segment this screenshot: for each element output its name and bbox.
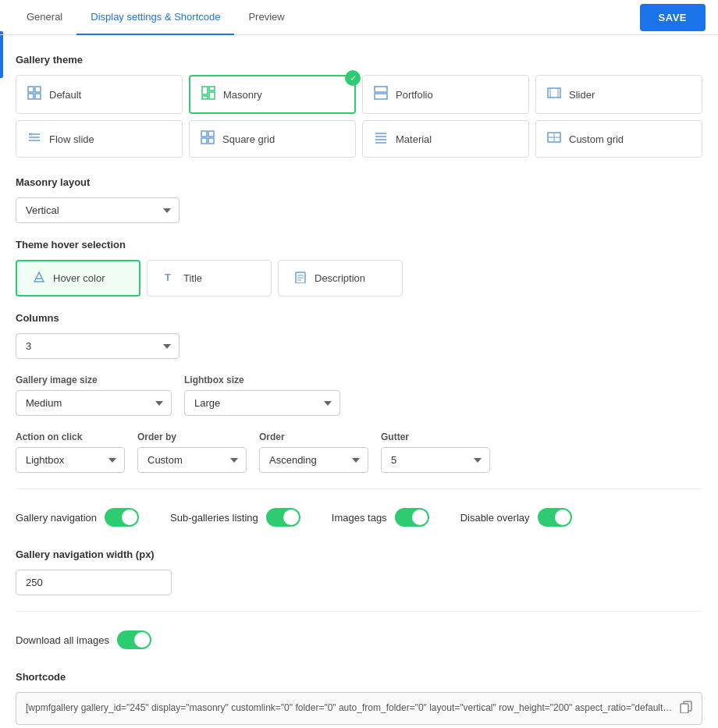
theme-material-icon bbox=[374, 130, 388, 147]
theme-portfolio-label: Portfolio bbox=[396, 89, 433, 101]
divider-2 bbox=[16, 611, 702, 612]
theme-custom-grid-label: Custom grid bbox=[569, 133, 624, 145]
divider-1 bbox=[16, 488, 702, 489]
theme-portfolio[interactable]: Portfolio bbox=[362, 75, 529, 114]
masonry-layout-section: Masonry layout Vertical Horizontal bbox=[16, 176, 702, 223]
hover-option-hover-color[interactable]: Hover color bbox=[16, 260, 140, 297]
svg-rect-19 bbox=[201, 138, 207, 144]
description-icon bbox=[294, 271, 307, 286]
disable-overlay-label: Disable overlay bbox=[460, 512, 530, 524]
gallery-navigation-label: Gallery navigation bbox=[16, 512, 97, 524]
disable-overlay-toggle[interactable] bbox=[538, 508, 572, 527]
tab-general[interactable]: General bbox=[12, 0, 76, 35]
toggle-sub-galleries: Sub-galleries listing bbox=[170, 502, 300, 533]
svg-rect-18 bbox=[208, 131, 214, 137]
masonry-layout-select[interactable]: Vertical Horizontal bbox=[16, 197, 180, 223]
columns-select[interactable]: 123456 bbox=[16, 333, 180, 359]
svg-rect-3 bbox=[35, 94, 41, 99]
lightbox-size-section: Lightbox size SmallMediumLargeFull bbox=[184, 375, 340, 416]
columns-label: Columns bbox=[16, 312, 702, 324]
svg-rect-6 bbox=[209, 92, 215, 99]
order-by-label: Order by bbox=[137, 431, 247, 442]
tabs-container: General Display settings & Shortcode Pre… bbox=[12, 0, 640, 34]
svg-rect-1 bbox=[35, 87, 41, 92]
size-row: Gallery image size ThumbnailMediumLargeF… bbox=[16, 375, 702, 416]
svg-rect-35 bbox=[681, 704, 688, 713]
theme-masonry-icon bbox=[201, 86, 215, 103]
lightbox-size-select[interactable]: SmallMediumLargeFull bbox=[184, 390, 340, 416]
svg-rect-5 bbox=[209, 87, 215, 91]
theme-grid: Default ✓ Masonry Portfolio Slider bbox=[16, 75, 702, 158]
action-order-row: Action on click LightboxLinkNone Order b… bbox=[16, 431, 702, 473]
svg-rect-9 bbox=[375, 94, 387, 99]
theme-flow-slide-icon bbox=[27, 130, 41, 147]
theme-default-icon bbox=[27, 86, 41, 103]
lightbox-size-label: Lightbox size bbox=[184, 375, 340, 385]
theme-masonry-label: Masonry bbox=[223, 89, 262, 101]
gutter-section: Gutter 025101520 bbox=[381, 431, 490, 473]
toggle-gallery-navigation: Gallery navigation bbox=[16, 502, 139, 533]
copy-shortcode-button[interactable] bbox=[680, 701, 692, 716]
action-on-click-select[interactable]: LightboxLinkNone bbox=[16, 447, 125, 473]
nav-width-input[interactable] bbox=[16, 570, 172, 595]
sub-galleries-label: Sub-galleries listing bbox=[170, 512, 258, 524]
order-select[interactable]: AscendingDescending bbox=[259, 447, 368, 473]
theme-masonry[interactable]: ✓ Masonry bbox=[189, 75, 356, 114]
action-on-click-section: Action on click LightboxLinkNone bbox=[16, 431, 125, 473]
theme-square-grid[interactable]: Square grid bbox=[189, 120, 356, 158]
hover-color-label: Hover color bbox=[53, 272, 105, 284]
svg-rect-10 bbox=[548, 88, 560, 98]
toggles-row: Gallery navigation Sub-galleries listing… bbox=[16, 502, 702, 533]
theme-square-grid-icon bbox=[201, 130, 215, 147]
tab-preview[interactable]: Preview bbox=[234, 0, 298, 35]
hover-option-description[interactable]: Description bbox=[278, 260, 403, 297]
gutter-label: Gutter bbox=[381, 431, 490, 442]
svg-text:T: T bbox=[165, 272, 171, 283]
svg-rect-8 bbox=[375, 87, 387, 92]
theme-flow-slide[interactable]: Flow slide bbox=[16, 120, 183, 158]
action-on-click-label: Action on click bbox=[16, 431, 125, 442]
tab-bar: General Display settings & Shortcode Pre… bbox=[0, 0, 718, 35]
hover-title-label: Title bbox=[183, 272, 202, 284]
tab-display[interactable]: Display settings & Shortcode bbox=[76, 0, 234, 35]
download-all-label: Download all images bbox=[16, 634, 109, 646]
images-tags-toggle[interactable] bbox=[395, 508, 429, 527]
shortcode-value: [wpmfgallery gallery_id="245" display="m… bbox=[26, 701, 674, 715]
gallery-image-size-select[interactable]: ThumbnailMediumLargeFull bbox=[16, 390, 172, 416]
theme-default[interactable]: Default bbox=[16, 75, 183, 114]
order-by-select[interactable]: CustomDateTitleRandom bbox=[137, 447, 247, 473]
gallery-image-size-section: Gallery image size ThumbnailMediumLargeF… bbox=[16, 375, 172, 416]
gallery-theme-label: Gallery theme bbox=[16, 54, 702, 66]
svg-rect-20 bbox=[208, 138, 214, 144]
masonry-layout-label: Masonry layout bbox=[16, 176, 702, 188]
theme-default-label: Default bbox=[49, 89, 81, 101]
hover-selection-section: Theme hover selection Hover color T Titl… bbox=[16, 239, 702, 297]
masonry-check: ✓ bbox=[345, 70, 361, 86]
toggle-download-all: Download all images bbox=[16, 624, 671, 655]
save-button[interactable]: SAVE bbox=[640, 4, 706, 31]
download-all-toggle[interactable] bbox=[117, 630, 151, 649]
main-content: Gallery theme Default ✓ Masonry Portfo bbox=[0, 35, 718, 728]
gutter-select[interactable]: 025101520 bbox=[381, 447, 490, 473]
hover-option-title[interactable]: T Title bbox=[147, 260, 272, 297]
title-icon: T bbox=[163, 271, 176, 286]
gallery-navigation-toggle[interactable] bbox=[105, 508, 139, 527]
svg-rect-4 bbox=[202, 87, 208, 94]
theme-material[interactable]: Material bbox=[362, 120, 529, 158]
hover-color-icon bbox=[33, 271, 45, 286]
theme-material-label: Material bbox=[396, 133, 432, 145]
images-tags-label: Images tags bbox=[332, 512, 387, 524]
sub-galleries-toggle[interactable] bbox=[266, 508, 300, 527]
svg-rect-17 bbox=[201, 131, 207, 137]
theme-slider[interactable]: Slider bbox=[535, 75, 702, 114]
theme-slider-label: Slider bbox=[569, 89, 595, 101]
toggle-disable-overlay: Disable overlay bbox=[460, 502, 572, 533]
columns-section: Columns 123456 bbox=[16, 312, 702, 359]
theme-custom-grid[interactable]: Custom grid bbox=[535, 120, 702, 158]
hover-selection-label: Theme hover selection bbox=[16, 239, 702, 250]
left-nav-indicator bbox=[0, 31, 3, 78]
shortcode-label: Shortcode bbox=[16, 671, 702, 683]
hover-description-label: Description bbox=[315, 272, 365, 284]
theme-custom-grid-icon bbox=[547, 130, 561, 147]
nav-width-section: Gallery navigation width (px) bbox=[16, 549, 702, 595]
